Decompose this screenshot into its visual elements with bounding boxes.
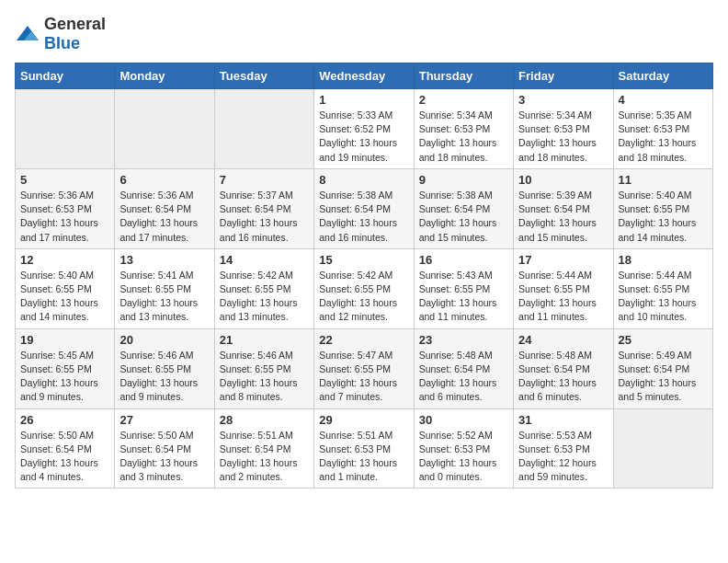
calendar-cell (214, 89, 313, 169)
day-number: 4 (619, 93, 708, 107)
day-number: 27 (119, 413, 209, 427)
day-info: Sunrise: 5:34 AM Sunset: 6:53 PM Dayligh… (419, 109, 508, 165)
weekday-header-saturday: Saturday (613, 63, 712, 89)
logo-general-text: General (44, 15, 106, 33)
calendar-cell: 21Sunrise: 5:46 AM Sunset: 6:55 PM Dayli… (214, 328, 313, 408)
day-number: 10 (518, 173, 608, 187)
calendar-cell: 22Sunrise: 5:47 AM Sunset: 6:55 PM Dayli… (314, 328, 414, 408)
day-info: Sunrise: 5:48 AM Sunset: 6:54 PM Dayligh… (419, 349, 508, 405)
day-number: 31 (518, 413, 608, 427)
day-number: 17 (518, 253, 608, 267)
day-number: 6 (119, 173, 209, 187)
day-number: 18 (619, 253, 708, 267)
day-info: Sunrise: 5:51 AM Sunset: 6:54 PM Dayligh… (220, 429, 309, 485)
day-number: 14 (220, 253, 309, 267)
day-info: Sunrise: 5:47 AM Sunset: 6:55 PM Dayligh… (319, 349, 408, 405)
logo: General Blue (15, 15, 106, 53)
day-info: Sunrise: 5:48 AM Sunset: 6:54 PM Dayligh… (518, 349, 608, 405)
day-number: 22 (319, 333, 408, 347)
day-number: 12 (20, 253, 109, 267)
day-number: 16 (419, 253, 508, 267)
day-number: 9 (419, 173, 508, 187)
day-number: 25 (619, 333, 708, 347)
day-info: Sunrise: 5:50 AM Sunset: 6:54 PM Dayligh… (119, 429, 209, 485)
weekday-header-sunday: Sunday (16, 63, 115, 89)
day-info: Sunrise: 5:40 AM Sunset: 6:55 PM Dayligh… (20, 269, 109, 325)
day-info: Sunrise: 5:46 AM Sunset: 6:55 PM Dayligh… (119, 349, 209, 405)
calendar-cell: 27Sunrise: 5:50 AM Sunset: 6:54 PM Dayli… (115, 408, 214, 488)
page-header: General Blue (15, 15, 713, 53)
calendar-cell: 23Sunrise: 5:48 AM Sunset: 6:54 PM Dayli… (414, 328, 513, 408)
calendar-cell: 28Sunrise: 5:51 AM Sunset: 6:54 PM Dayli… (214, 408, 313, 488)
calendar-cell: 2Sunrise: 5:34 AM Sunset: 6:53 PM Daylig… (414, 89, 513, 169)
day-info: Sunrise: 5:36 AM Sunset: 6:54 PM Dayligh… (119, 189, 209, 245)
calendar-week-1: 1Sunrise: 5:33 AM Sunset: 6:52 PM Daylig… (16, 89, 713, 169)
day-info: Sunrise: 5:44 AM Sunset: 6:55 PM Dayligh… (518, 269, 608, 325)
day-number: 24 (518, 333, 608, 347)
day-number: 28 (220, 413, 309, 427)
day-number: 20 (119, 333, 209, 347)
weekday-header-tuesday: Tuesday (214, 63, 313, 89)
calendar-cell: 17Sunrise: 5:44 AM Sunset: 6:55 PM Dayli… (514, 248, 613, 328)
calendar-cell: 12Sunrise: 5:40 AM Sunset: 6:55 PM Dayli… (16, 248, 115, 328)
calendar-cell: 24Sunrise: 5:48 AM Sunset: 6:54 PM Dayli… (514, 328, 613, 408)
calendar-week-4: 19Sunrise: 5:45 AM Sunset: 6:55 PM Dayli… (16, 328, 713, 408)
calendar-cell: 29Sunrise: 5:51 AM Sunset: 6:53 PM Dayli… (314, 408, 414, 488)
day-info: Sunrise: 5:38 AM Sunset: 6:54 PM Dayligh… (419, 189, 508, 245)
day-info: Sunrise: 5:50 AM Sunset: 6:54 PM Dayligh… (20, 429, 109, 485)
day-number: 1 (319, 93, 408, 107)
day-number: 11 (619, 173, 708, 187)
day-number: 2 (419, 93, 508, 107)
calendar-cell: 15Sunrise: 5:42 AM Sunset: 6:55 PM Dayli… (314, 248, 414, 328)
day-info: Sunrise: 5:43 AM Sunset: 6:55 PM Dayligh… (419, 269, 508, 325)
calendar-cell: 16Sunrise: 5:43 AM Sunset: 6:55 PM Dayli… (414, 248, 513, 328)
day-info: Sunrise: 5:49 AM Sunset: 6:54 PM Dayligh… (619, 349, 708, 405)
calendar-table: SundayMondayTuesdayWednesdayThursdayFrid… (15, 63, 713, 488)
calendar-cell (613, 408, 712, 488)
calendar-cell: 31Sunrise: 5:53 AM Sunset: 6:53 PM Dayli… (514, 408, 613, 488)
calendar-cell: 20Sunrise: 5:46 AM Sunset: 6:55 PM Dayli… (115, 328, 214, 408)
calendar-cell: 26Sunrise: 5:50 AM Sunset: 6:54 PM Dayli… (16, 408, 115, 488)
day-info: Sunrise: 5:34 AM Sunset: 6:53 PM Dayligh… (518, 109, 608, 165)
weekday-header-friday: Friday (514, 63, 613, 89)
calendar-cell: 7Sunrise: 5:37 AM Sunset: 6:54 PM Daylig… (214, 168, 313, 248)
day-info: Sunrise: 5:51 AM Sunset: 6:53 PM Dayligh… (319, 429, 408, 485)
day-number: 8 (319, 173, 408, 187)
day-info: Sunrise: 5:33 AM Sunset: 6:52 PM Dayligh… (319, 109, 408, 165)
day-number: 21 (220, 333, 309, 347)
calendar-cell: 3Sunrise: 5:34 AM Sunset: 6:53 PM Daylig… (514, 89, 613, 169)
day-info: Sunrise: 5:42 AM Sunset: 6:55 PM Dayligh… (319, 269, 408, 325)
day-number: 5 (20, 173, 109, 187)
calendar-cell: 11Sunrise: 5:40 AM Sunset: 6:55 PM Dayli… (613, 168, 712, 248)
day-info: Sunrise: 5:53 AM Sunset: 6:53 PM Dayligh… (518, 429, 608, 485)
day-info: Sunrise: 5:40 AM Sunset: 6:55 PM Dayligh… (619, 189, 708, 245)
day-info: Sunrise: 5:38 AM Sunset: 6:54 PM Dayligh… (319, 189, 408, 245)
day-info: Sunrise: 5:36 AM Sunset: 6:53 PM Dayligh… (20, 189, 109, 245)
day-info: Sunrise: 5:41 AM Sunset: 6:55 PM Dayligh… (119, 269, 209, 325)
calendar-cell: 6Sunrise: 5:36 AM Sunset: 6:54 PM Daylig… (115, 168, 214, 248)
calendar-cell: 10Sunrise: 5:39 AM Sunset: 6:54 PM Dayli… (514, 168, 613, 248)
calendar-cell: 1Sunrise: 5:33 AM Sunset: 6:52 PM Daylig… (314, 89, 414, 169)
day-number: 19 (20, 333, 109, 347)
weekday-header-thursday: Thursday (414, 63, 513, 89)
day-info: Sunrise: 5:37 AM Sunset: 6:54 PM Dayligh… (220, 189, 309, 245)
calendar-cell: 30Sunrise: 5:52 AM Sunset: 6:53 PM Dayli… (414, 408, 513, 488)
calendar-cell: 4Sunrise: 5:35 AM Sunset: 6:53 PM Daylig… (613, 89, 712, 169)
calendar-cell: 19Sunrise: 5:45 AM Sunset: 6:55 PM Dayli… (16, 328, 115, 408)
day-number: 26 (20, 413, 109, 427)
calendar-cell: 18Sunrise: 5:44 AM Sunset: 6:55 PM Dayli… (613, 248, 712, 328)
day-info: Sunrise: 5:35 AM Sunset: 6:53 PM Dayligh… (619, 109, 708, 165)
weekday-header-wednesday: Wednesday (314, 63, 414, 89)
day-info: Sunrise: 5:42 AM Sunset: 6:55 PM Dayligh… (220, 269, 309, 325)
calendar-cell: 8Sunrise: 5:38 AM Sunset: 6:54 PM Daylig… (314, 168, 414, 248)
day-info: Sunrise: 5:52 AM Sunset: 6:53 PM Dayligh… (419, 429, 508, 485)
calendar-cell: 25Sunrise: 5:49 AM Sunset: 6:54 PM Dayli… (613, 328, 712, 408)
day-number: 29 (319, 413, 408, 427)
logo-blue-text: Blue (44, 34, 80, 52)
calendar-cell: 14Sunrise: 5:42 AM Sunset: 6:55 PM Dayli… (214, 248, 313, 328)
day-info: Sunrise: 5:39 AM Sunset: 6:54 PM Dayligh… (518, 189, 608, 245)
day-number: 23 (419, 333, 508, 347)
calendar-cell (16, 89, 115, 169)
calendar-cell: 13Sunrise: 5:41 AM Sunset: 6:55 PM Dayli… (115, 248, 214, 328)
weekday-header-row: SundayMondayTuesdayWednesdayThursdayFrid… (16, 63, 713, 89)
